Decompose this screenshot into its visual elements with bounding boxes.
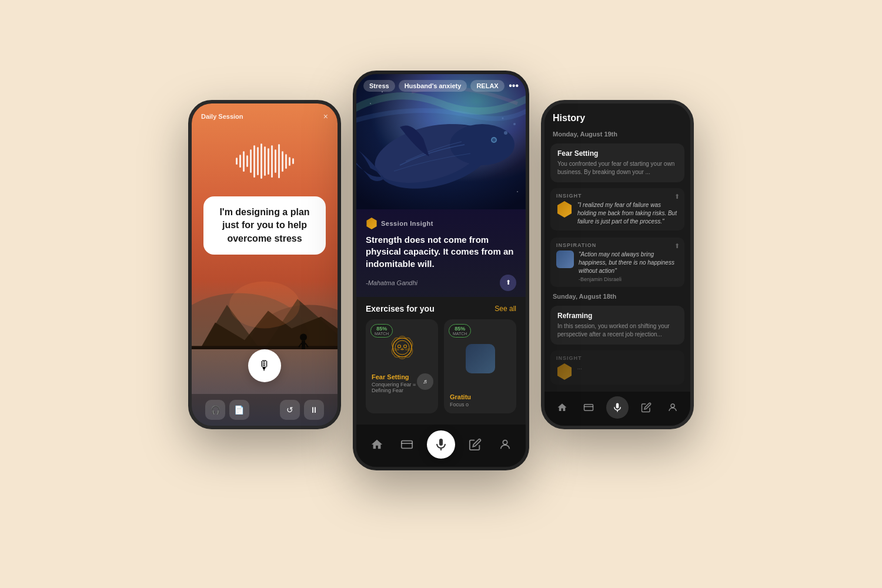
svg-point-22 bbox=[370, 103, 371, 104]
match-badge-1: 85% MATCH bbox=[370, 324, 393, 338]
speech-bubble: I'm designing a plan just for you to hel… bbox=[203, 196, 326, 255]
pause-button[interactable]: ⏸ bbox=[304, 400, 324, 420]
phones-container: Daily Session × bbox=[176, 53, 706, 535]
waveform-bar bbox=[236, 158, 238, 165]
svg-line-32 bbox=[405, 350, 411, 350]
right-person-icon bbox=[667, 402, 678, 413]
insight-content-2: ... bbox=[556, 363, 679, 380]
match-txt-1: MATCH bbox=[375, 332, 389, 336]
exercise-card-1[interactable]: 85% MATCH bbox=[366, 319, 438, 413]
waveform-bar bbox=[243, 151, 245, 172]
share-icon-2[interactable]: ⬆ bbox=[674, 242, 680, 250]
insight-row-1: INSIGHT "I realized my fear of failure w… bbox=[550, 188, 684, 230]
person-icon bbox=[499, 438, 512, 451]
headphone-icon: 🎧 bbox=[211, 405, 220, 415]
refresh-button[interactable]: ↺ bbox=[280, 400, 300, 420]
session-label: Daily Session bbox=[201, 113, 243, 120]
session1-title: Fear Setting bbox=[557, 149, 677, 158]
waveform bbox=[192, 126, 338, 191]
svg-point-26 bbox=[397, 345, 400, 348]
insight-hex-2 bbox=[556, 363, 573, 380]
svg-point-42 bbox=[671, 404, 674, 407]
svg-point-23 bbox=[517, 191, 518, 192]
svg-rect-33 bbox=[401, 441, 412, 449]
waveform-bar bbox=[260, 143, 262, 179]
cards-icon bbox=[400, 438, 413, 451]
mic-center-icon bbox=[434, 437, 448, 452]
mic-button[interactable]: 🎙 bbox=[248, 349, 281, 382]
match-pct-1: 85% bbox=[376, 326, 387, 332]
close-button[interactable]: × bbox=[323, 112, 328, 121]
see-all-link[interactable]: See all bbox=[495, 305, 516, 313]
phone-right: History Monday, August 19th Fear Setting… bbox=[541, 100, 694, 429]
insight-quote: Strength does not come from physical cap… bbox=[366, 234, 516, 270]
svg-point-5 bbox=[229, 282, 300, 329]
right-nav-profile[interactable] bbox=[664, 399, 681, 416]
svg-point-17 bbox=[492, 138, 496, 142]
tags-row: Stress Husband's anxiety RELAX ••• bbox=[363, 80, 519, 92]
history-card-1: Fear Setting You confronted your fear of… bbox=[550, 143, 684, 182]
insight-hex-1 bbox=[556, 201, 573, 218]
history-card-2: Reframing In this session, you worked on… bbox=[550, 306, 684, 345]
svg-point-15 bbox=[450, 124, 514, 165]
insight-row-2: INSIGHT ... bbox=[550, 350, 684, 385]
insight-text-2: ... bbox=[577, 363, 679, 372]
insight-content-1: "I realized my fear of failure was holdi… bbox=[556, 201, 679, 226]
waveform-bar bbox=[282, 151, 283, 172]
match-txt-2: MATCH bbox=[453, 332, 467, 336]
quote-author: -Mahatma Gandhi bbox=[366, 279, 417, 286]
share-button[interactable]: ⬆ bbox=[500, 275, 516, 291]
headphone-button[interactable]: 🎧 bbox=[205, 400, 225, 420]
whale-section: Stress Husband's anxiety RELAX ••• bbox=[356, 74, 526, 209]
nav-mic-center[interactable] bbox=[427, 430, 455, 459]
share-icon-1[interactable]: ⬆ bbox=[674, 193, 680, 201]
svg-point-18 bbox=[504, 131, 507, 135]
waveform-bar bbox=[268, 148, 269, 175]
exercises-section: Exercises for you See all 85% MATCH bbox=[356, 297, 526, 425]
right-nav-mic[interactable] bbox=[606, 396, 629, 419]
right-edit-icon bbox=[641, 402, 652, 413]
nav-edit[interactable] bbox=[466, 435, 485, 454]
tag-stress[interactable]: Stress bbox=[363, 80, 395, 92]
inspiration-author-1: -Benjamin Disraeli bbox=[579, 276, 679, 282]
waveform-bar bbox=[250, 149, 252, 173]
right-home-icon bbox=[557, 402, 567, 413]
edit-icon bbox=[469, 438, 482, 451]
share-icon: ⬆ bbox=[506, 279, 511, 286]
more-icon[interactable]: ••• bbox=[509, 81, 519, 91]
refresh-icon: ↺ bbox=[286, 405, 293, 415]
date-sunday: Sunday, August 18th bbox=[544, 290, 690, 303]
svg-line-29 bbox=[393, 349, 399, 349]
inspiration-thumb-1 bbox=[556, 250, 574, 268]
right-nav-edit[interactable] bbox=[638, 399, 654, 416]
exercise-card-2[interactable]: 85% MATCH Gratitu Focus o bbox=[444, 319, 516, 413]
waveform-bar bbox=[275, 149, 276, 173]
card-title-2: Gratitu bbox=[450, 393, 510, 400]
whale-visual bbox=[356, 74, 526, 209]
svg-point-28 bbox=[401, 348, 403, 349]
tag-anxiety[interactable]: Husband's anxiety bbox=[399, 80, 467, 92]
svg-line-31 bbox=[405, 349, 411, 349]
card-play-button-1[interactable]: ♬ bbox=[417, 373, 433, 390]
right-nav-cards[interactable] bbox=[580, 399, 597, 416]
session2-title: Reframing bbox=[557, 312, 677, 320]
match-pct-2: 85% bbox=[455, 326, 465, 332]
insight-label: Session Insight bbox=[381, 220, 433, 227]
phone-left: Daily Session × bbox=[188, 100, 341, 429]
inspiration-content-1: "Action may not always bring happiness, … bbox=[556, 250, 679, 282]
svg-rect-38 bbox=[584, 405, 593, 411]
nav-cards[interactable] bbox=[397, 435, 416, 454]
waveform-bar bbox=[264, 146, 266, 176]
nav-profile[interactable] bbox=[496, 435, 514, 454]
right-mic-icon bbox=[612, 402, 623, 413]
waveform-bar bbox=[246, 155, 248, 167]
tag-relax[interactable]: RELAX bbox=[470, 80, 504, 92]
waveform-bar bbox=[253, 145, 255, 178]
nav-home[interactable] bbox=[368, 435, 386, 454]
right-nav-home[interactable] bbox=[554, 399, 570, 416]
svg-point-25 bbox=[395, 340, 409, 355]
document-button[interactable]: 📄 bbox=[229, 400, 249, 420]
svg-rect-7 bbox=[302, 341, 305, 349]
insight-section: Session Insight Strength does not come f… bbox=[356, 209, 526, 297]
svg-point-24 bbox=[393, 338, 412, 357]
